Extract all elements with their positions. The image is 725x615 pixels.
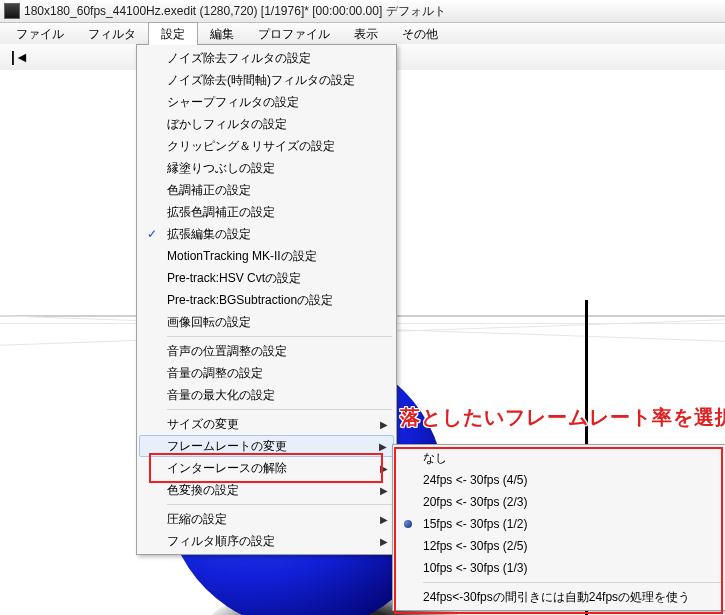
submenu-entry-label: 24fps <- 30fps (4/5)	[423, 473, 527, 487]
menu-entry-label: Pre-track:HSV Cvtの設定	[167, 270, 301, 287]
menu-item-3[interactable]: 編集	[198, 23, 246, 45]
menu-entry[interactable]: シャープフィルタの設定	[139, 91, 394, 113]
submenu-entry-label: 12fps <- 30fps (2/5)	[423, 539, 527, 553]
submenu-arrow-icon: ▶	[380, 514, 388, 525]
menu-entry-label: クリッピング＆リサイズの設定	[167, 138, 335, 155]
app-icon	[4, 3, 20, 19]
menu-entry[interactable]: 拡張色調補正の設定	[139, 201, 394, 223]
submenu-entry[interactable]: 12fps <- 30fps (2/5)	[395, 535, 725, 557]
submenu-entry-label: 20fps <- 30fps (2/3)	[423, 495, 527, 509]
window-root: 180x180_60fps_44100Hz.exedit (1280,720) …	[0, 0, 725, 615]
menu-entry[interactable]: 画像回転の設定	[139, 311, 394, 333]
menu-entry-label: ノイズ除去フィルタの設定	[167, 50, 311, 67]
menu-entry-label: フィルタ順序の設定	[167, 533, 275, 550]
menu-separator	[423, 582, 723, 583]
menu-entry[interactable]: フィルタ順序の設定▶	[139, 530, 394, 552]
menu-item-4[interactable]: プロファイル	[246, 23, 342, 45]
submenu-entry[interactable]: 24fps <- 30fps (4/5)	[395, 469, 725, 491]
menu-entry-label: 色変換の設定	[167, 482, 239, 499]
menu-entry[interactable]: フレームレートの変更▶	[139, 435, 394, 457]
menu-entry[interactable]: 拡張編集の設定✓	[139, 223, 394, 245]
menu-separator	[167, 336, 392, 337]
menu-item-2[interactable]: 設定	[148, 22, 198, 45]
submenu-arrow-icon: ▶	[380, 419, 388, 430]
menu-item-0[interactable]: ファイル	[4, 23, 76, 45]
menu-entry-label: MotionTracking MK-IIの設定	[167, 248, 317, 265]
menu-entry-label: 拡張色調補正の設定	[167, 204, 275, 221]
menu-item-5[interactable]: 表示	[342, 23, 390, 45]
menu-separator	[167, 504, 392, 505]
menu-entry-label: 色調補正の設定	[167, 182, 251, 199]
menu-entry[interactable]: 音量の調整の設定	[139, 362, 394, 384]
framerate-submenu: なし24fps <- 30fps (4/5)20fps <- 30fps (2/…	[392, 444, 725, 611]
settings-dropdown: ノイズ除去フィルタの設定ノイズ除去(時間軸)フィルタの設定シャープフィルタの設定…	[136, 44, 397, 555]
menu-entry[interactable]: クリッピング＆リサイズの設定	[139, 135, 394, 157]
menu-entry[interactable]: 色変換の設定▶	[139, 479, 394, 501]
menu-entry-label: 音声の位置調整の設定	[167, 343, 287, 360]
menu-entry[interactable]: 音量の最大化の設定	[139, 384, 394, 406]
menu-entry-label: 圧縮の設定	[167, 511, 227, 528]
submenu-entry-label: なし	[423, 450, 447, 467]
menu-entry[interactable]: MotionTracking MK-IIの設定	[139, 245, 394, 267]
submenu-arrow-icon: ▶	[380, 463, 388, 474]
radio-dot-icon	[404, 520, 412, 528]
submenu-arrow-icon: ▶	[379, 441, 387, 452]
menu-item-6[interactable]: その他	[390, 23, 450, 45]
title-bar: 180x180_60fps_44100Hz.exedit (1280,720) …	[0, 0, 725, 23]
menu-entry[interactable]: 音声の位置調整の設定	[139, 340, 394, 362]
menu-entry[interactable]: Pre-track:BGSubtractionの設定	[139, 289, 394, 311]
menu-entry[interactable]: インターレースの解除▶	[139, 457, 394, 479]
menu-entry[interactable]: ノイズ除去フィルタの設定	[139, 47, 394, 69]
rewind-button[interactable]: |◄	[10, 48, 30, 66]
menu-entry-label: 縁塗りつぶしの設定	[167, 160, 275, 177]
menu-entry-label: 音量の最大化の設定	[167, 387, 275, 404]
window-title: 180x180_60fps_44100Hz.exedit (1280,720) …	[24, 3, 446, 20]
submenu-entry[interactable]: 24fps<-30fpsの間引きには自動24fpsの処理を使う	[395, 586, 725, 608]
menu-entry[interactable]: サイズの変更▶	[139, 413, 394, 435]
menu-entry-label: 拡張編集の設定	[167, 226, 251, 243]
menu-entry-label: シャープフィルタの設定	[167, 94, 299, 111]
submenu-entry[interactable]: 10fps <- 30fps (1/3)	[395, 557, 725, 579]
menu-entry[interactable]: 圧縮の設定▶	[139, 508, 394, 530]
submenu-entry-label: 10fps <- 30fps (1/3)	[423, 561, 527, 575]
menu-entry-label: フレームレートの変更	[167, 438, 287, 455]
menu-entry-label: 画像回転の設定	[167, 314, 251, 331]
submenu-entry-label: 15fps <- 30fps (1/2)	[423, 517, 527, 531]
submenu-arrow-icon: ▶	[380, 536, 388, 547]
menu-item-1[interactable]: フィルタ	[76, 23, 148, 45]
submenu-entry-label: 24fps<-30fpsの間引きには自動24fpsの処理を使う	[423, 589, 690, 606]
menu-entry-label: ノイズ除去(時間軸)フィルタの設定	[167, 72, 355, 89]
menu-entry-label: インターレースの解除	[167, 460, 287, 477]
menu-separator	[167, 409, 392, 410]
menu-entry[interactable]: 縁塗りつぶしの設定	[139, 157, 394, 179]
check-icon: ✓	[145, 227, 159, 241]
menu-entry[interactable]: ぼかしフィルタの設定	[139, 113, 394, 135]
menu-entry-label: ぼかしフィルタの設定	[167, 116, 287, 133]
submenu-entry[interactable]: 15fps <- 30fps (1/2)	[395, 513, 725, 535]
menu-entry[interactable]: ノイズ除去(時間軸)フィルタの設定	[139, 69, 394, 91]
menu-entry-label: 音量の調整の設定	[167, 365, 263, 382]
menu-entry-label: サイズの変更	[167, 416, 239, 433]
menu-bar: ファイルフィルタ設定編集プロファイル表示その他	[0, 23, 725, 46]
menu-entry[interactable]: 色調補正の設定	[139, 179, 394, 201]
submenu-entry[interactable]: なし	[395, 447, 725, 469]
menu-entry-label: Pre-track:BGSubtractionの設定	[167, 292, 333, 309]
submenu-arrow-icon: ▶	[380, 485, 388, 496]
submenu-entry[interactable]: 20fps <- 30fps (2/3)	[395, 491, 725, 513]
menu-entry[interactable]: Pre-track:HSV Cvtの設定	[139, 267, 394, 289]
